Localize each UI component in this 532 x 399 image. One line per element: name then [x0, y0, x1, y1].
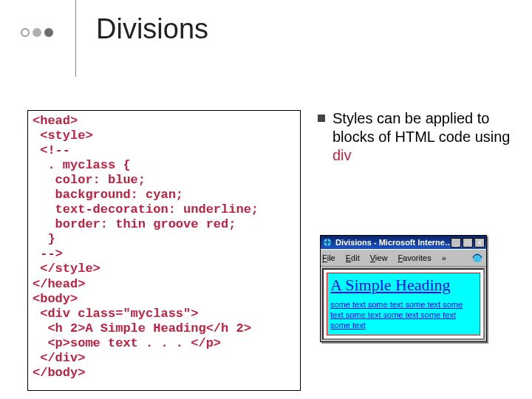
- app-icon: [322, 237, 332, 248]
- description: Styles can be applied to blocks of HTML …: [318, 109, 517, 165]
- menu-bar: File Edit View Favorites »: [321, 249, 486, 267]
- code-example: <head> <style> <!-- . myclass { color: b…: [27, 110, 301, 391]
- bullet-icon: [318, 115, 325, 122]
- description-text: Styles can be applied to blocks of HTML …: [332, 109, 517, 165]
- close-button[interactable]: ×: [474, 238, 485, 248]
- browser-viewport: A Simple Heading some text some text som…: [322, 268, 485, 340]
- demo-body-text: some text some text some text some text …: [330, 300, 477, 330]
- decorative-bullets: [21, 28, 53, 37]
- window-titlebar: Divisions - Microsoft Interne… _ □ ×: [321, 236, 486, 249]
- menu-file[interactable]: File: [322, 253, 335, 262]
- title-divider: [75, 0, 76, 77]
- menu-favorites[interactable]: Favorites: [398, 253, 431, 262]
- menu-more[interactable]: »: [442, 253, 446, 262]
- maximize-button[interactable]: □: [463, 238, 473, 248]
- minimize-button[interactable]: _: [451, 238, 461, 248]
- menu-view[interactable]: View: [370, 253, 388, 262]
- ie-logo-icon: [470, 251, 485, 265]
- demo-heading: A Simple Heading: [330, 276, 477, 294]
- window-title: Divisions - Microsoft Interne…: [335, 238, 451, 247]
- browser-preview: Divisions - Microsoft Interne… _ □ × Fil…: [320, 235, 487, 342]
- styled-div-demo: A Simple Heading some text some text som…: [327, 273, 480, 335]
- slide-title: Divisions: [96, 13, 208, 45]
- menu-edit[interactable]: Edit: [346, 253, 360, 262]
